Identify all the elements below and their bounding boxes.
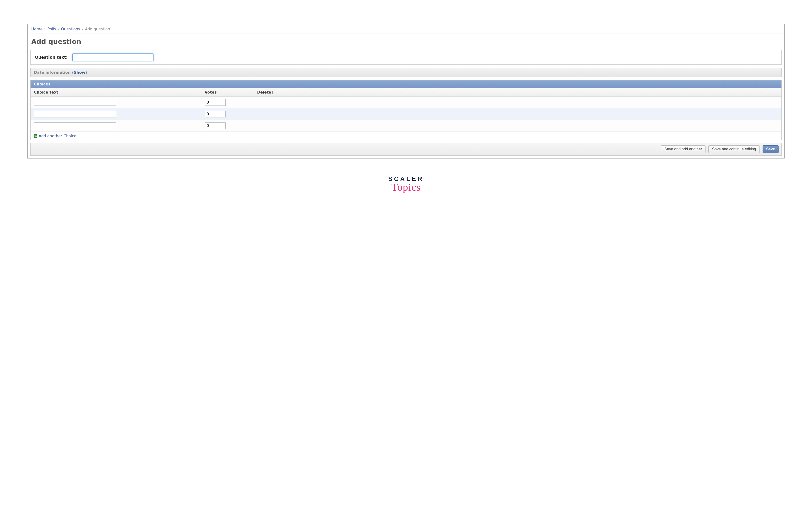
table-row: [31, 97, 781, 108]
choice-text-input[interactable]: [34, 111, 116, 117]
save-button[interactable]: Save: [763, 145, 779, 153]
column-choice-text: Choice text: [31, 88, 201, 97]
question-text-label: Question text:: [35, 55, 68, 60]
choices-rows: [31, 97, 781, 132]
add-another-label: Add another Choice: [39, 134, 76, 138]
branding-logo: SCALER Topics: [27, 175, 785, 193]
date-information-fieldset: Date information (Show): [30, 68, 782, 77]
votes-input[interactable]: [205, 122, 226, 129]
column-votes: Votes: [201, 88, 254, 97]
table-row: [31, 120, 781, 132]
save-add-another-button[interactable]: Save and add another: [661, 145, 706, 153]
table-row: [31, 108, 781, 120]
choices-table-header: Choice text Votes Delete?: [31, 88, 781, 97]
choices-inline-group: Choices Choice text Votes Delete?: [30, 80, 782, 140]
choice-text-input[interactable]: [34, 122, 116, 129]
breadcrumb: Home › Polls › Questions › Add question: [28, 24, 784, 33]
breadcrumb-polls[interactable]: Polls: [47, 27, 56, 31]
column-delete: Delete?: [254, 88, 781, 97]
breadcrumb-current: Add question: [85, 27, 110, 31]
question-text-row: Question text:: [31, 50, 781, 64]
breadcrumb-separator: ›: [57, 27, 60, 31]
breadcrumb-home[interactable]: Home: [31, 27, 43, 31]
add-another-choice[interactable]: Add another Choice: [31, 132, 781, 140]
brand-line2: Topics: [27, 181, 785, 193]
votes-input[interactable]: [205, 111, 226, 117]
choice-text-input[interactable]: [34, 99, 116, 106]
paren-open: (: [72, 70, 74, 75]
save-continue-button[interactable]: Save and continue editing: [708, 145, 759, 153]
page-title: Add question: [31, 38, 781, 46]
question-text-module: Question text:: [30, 50, 782, 65]
votes-input[interactable]: [205, 99, 226, 106]
date-information-label: Date information: [34, 70, 71, 75]
question-text-input[interactable]: [72, 54, 154, 61]
breadcrumb-separator: ›: [44, 27, 46, 31]
date-information-toggle[interactable]: Show: [74, 70, 86, 75]
choices-header: Choices: [31, 80, 781, 88]
breadcrumb-questions[interactable]: Questions: [61, 27, 80, 31]
plus-icon: [34, 134, 37, 138]
paren-close: ): [85, 70, 87, 75]
admin-panel: Home › Polls › Questions › Add question …: [27, 24, 785, 159]
submit-row: Save and add another Save and continue e…: [30, 143, 782, 156]
breadcrumb-separator: ›: [82, 27, 84, 31]
